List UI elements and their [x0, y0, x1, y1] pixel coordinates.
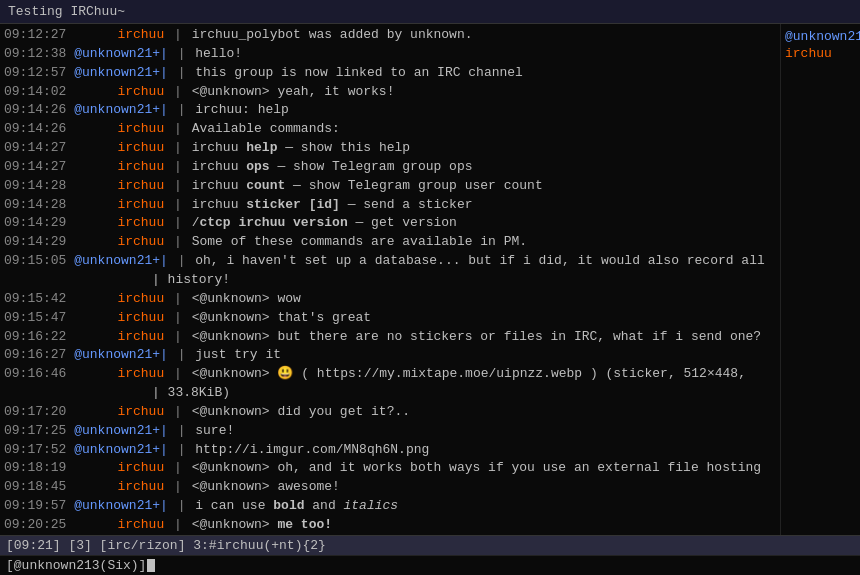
nickname: irchuu	[74, 196, 164, 215]
separator: |	[166, 365, 189, 384]
irc-window: Testing IRChuu~ 09:12:27 irchuu | irchuu…	[0, 0, 860, 575]
table-row: 09:12:27 irchuu | irchuu_polybot was add…	[4, 26, 776, 45]
nickname: irchuu	[74, 403, 164, 422]
status-text: [09:21] [3] [irc/rizon] 3:#irchuu(+nt){2…	[6, 538, 326, 553]
separator: |	[166, 459, 189, 478]
user-list-item[interactable]: @unknown213	[785, 28, 856, 45]
nickname: @unknown21+|	[74, 101, 168, 120]
table-row: 09:15:47 irchuu | <@unknown> that's grea…	[4, 309, 776, 328]
table-row: 09:14:29 irchuu | Some of these commands…	[4, 233, 776, 252]
separator: |	[166, 309, 189, 328]
nickname: irchuu	[74, 139, 164, 158]
message-text: <@unknown> oh, and it works both ways if…	[192, 459, 776, 478]
timestamp: 09:17:20	[4, 403, 74, 422]
table-row: 09:17:52 @unknown21+| | http://i.imgur.c…	[4, 441, 776, 460]
separator: |	[166, 196, 189, 215]
message-text: Some of these commands are available in …	[192, 233, 776, 252]
table-row: 09:14:27 irchuu | irchuu help — show thi…	[4, 139, 776, 158]
timestamp: 09:12:27	[4, 26, 74, 45]
nickname: irchuu	[74, 233, 164, 252]
message-text: oh, i haven't set up a database... but i…	[195, 252, 776, 271]
cursor	[147, 559, 155, 572]
timestamp: 09:16:46	[4, 365, 74, 384]
separator: |	[166, 403, 189, 422]
table-row: 09:15:05 @unknown21+| | oh, i haven't se…	[4, 252, 776, 271]
bold-text: ops	[246, 159, 269, 174]
nickname: @unknown21+|	[74, 441, 168, 460]
bold-text: ctcp irchuu version	[199, 215, 347, 230]
nickname: irchuu	[74, 177, 164, 196]
message-text: <@unknown> yeah, it works!	[192, 83, 776, 102]
main-area: 09:12:27 irchuu | irchuu_polybot was add…	[0, 24, 860, 535]
input-bar[interactable]: [@unknown213(Six)]	[0, 555, 860, 575]
message-text: Available commands:	[192, 120, 776, 139]
table-row: 09:19:57 @unknown21+| | i can use bold a…	[4, 497, 776, 516]
timestamp: 09:16:22	[4, 328, 74, 347]
timestamp: 09:15:47	[4, 309, 74, 328]
user-list: @unknown213irchuu	[780, 24, 860, 535]
message-continuation: | history!	[4, 271, 776, 290]
message-continuation: | 33.8KiB)	[4, 384, 776, 403]
table-row: 09:16:27 @unknown21+| | just try it	[4, 346, 776, 365]
timestamp: 09:17:25	[4, 422, 74, 441]
timestamp: 09:14:29	[4, 233, 74, 252]
nickname: irchuu	[74, 478, 164, 497]
nickname: irchuu	[74, 214, 164, 233]
nickname: @unknown21+|	[74, 497, 168, 516]
message-text: <@unknown> but there are no stickers or …	[192, 328, 776, 347]
nickname: irchuu	[74, 459, 164, 478]
nickname: irchuu	[74, 26, 164, 45]
timestamp: 09:12:38	[4, 45, 74, 64]
timestamp: 09:14:27	[4, 139, 74, 158]
timestamp: 09:19:57	[4, 497, 74, 516]
nickname: @unknown21+|	[74, 346, 168, 365]
chat-area: 09:12:27 irchuu | irchuu_polybot was add…	[0, 24, 780, 535]
message-text: irchuu sticker [id] — send a sticker	[192, 196, 776, 215]
nickname: irchuu	[74, 83, 164, 102]
table-row: 09:14:28 irchuu | irchuu sticker [id] — …	[4, 196, 776, 215]
table-row: 09:14:28 irchuu | irchuu count — show Te…	[4, 177, 776, 196]
message-text: irchuu_polybot was added by unknown.	[192, 26, 776, 45]
separator: |	[170, 497, 193, 516]
nickname: @unknown21+|	[74, 252, 168, 271]
separator: |	[170, 346, 193, 365]
title-bar: Testing IRChuu~	[0, 0, 860, 24]
user-list-item[interactable]: irchuu	[785, 45, 856, 62]
timestamp: 09:15:42	[4, 290, 74, 309]
separator: |	[166, 328, 189, 347]
message-text: sure!	[195, 422, 776, 441]
timestamp: 09:20:25	[4, 516, 74, 535]
table-row: 09:14:26 @unknown21+| | irchuu: help	[4, 101, 776, 120]
timestamp: 09:12:57	[4, 64, 74, 83]
timestamp: 09:16:27	[4, 346, 74, 365]
message-text: <@unknown> 😃 ( https://my.mixtape.moe/ui…	[192, 365, 776, 384]
italic-text: italics	[344, 498, 399, 513]
nickname: irchuu	[74, 290, 164, 309]
message-text: <@unknown> wow	[192, 290, 776, 309]
bold-text: count	[246, 178, 285, 193]
separator: |	[170, 422, 193, 441]
timestamp: 09:14:28	[4, 177, 74, 196]
message-text: <@unknown> awesome!	[192, 478, 776, 497]
message-text: <@unknown> did you get it?..	[192, 403, 776, 422]
bold-text: bold	[273, 498, 304, 513]
message-text: http://i.imgur.com/MN8qh6N.png	[195, 441, 776, 460]
timestamp: 09:14:29	[4, 214, 74, 233]
separator: |	[166, 83, 189, 102]
timestamp: 09:14:02	[4, 83, 74, 102]
separator: |	[170, 64, 193, 83]
table-row: 09:14:02 irchuu | <@unknown> yeah, it wo…	[4, 83, 776, 102]
table-row: 09:15:42 irchuu | <@unknown> wow	[4, 290, 776, 309]
message-text: i can use bold and italics	[195, 497, 776, 516]
message-text: /ctcp irchuu version — get version	[192, 214, 776, 233]
separator: |	[166, 214, 189, 233]
separator: |	[166, 478, 189, 497]
table-row: 09:14:29 irchuu | /ctcp irchuu version —…	[4, 214, 776, 233]
timestamp: 09:18:19	[4, 459, 74, 478]
separator: |	[166, 233, 189, 252]
message-text: just try it	[195, 346, 776, 365]
status-bar: [09:21] [3] [irc/rizon] 3:#irchuu(+nt){2…	[0, 535, 860, 555]
message-text: <@unknown> me too!	[192, 516, 776, 535]
table-row: 09:17:25 @unknown21+| | sure!	[4, 422, 776, 441]
timestamp: 09:18:45	[4, 478, 74, 497]
